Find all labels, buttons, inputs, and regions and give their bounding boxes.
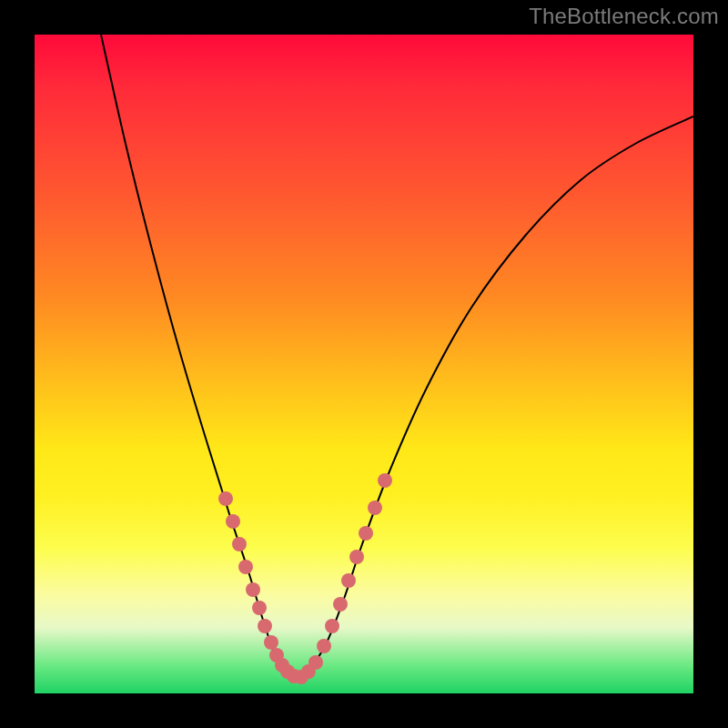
marker-dots (218, 473, 392, 684)
plot-area (35, 35, 693, 693)
marker-dot (246, 582, 260, 597)
marker-dot (238, 560, 253, 574)
marker-dot (368, 500, 382, 515)
main-curve (101, 35, 693, 676)
marker-dot (317, 639, 331, 653)
marker-dot (218, 491, 233, 506)
marker-dot (308, 655, 323, 670)
marker-dot (258, 619, 272, 633)
marker-dot (349, 550, 364, 564)
marker-dot (378, 473, 392, 488)
marker-dot (333, 597, 348, 612)
chart-svg (35, 35, 693, 693)
marker-dot (226, 514, 240, 529)
marker-dot (325, 619, 339, 633)
marker-dot (264, 635, 278, 650)
outer-frame: TheBottleneck.com (0, 0, 728, 728)
marker-dot (359, 526, 373, 541)
marker-dot (341, 573, 356, 588)
marker-dot (232, 537, 247, 551)
watermark-text: TheBottleneck.com (529, 4, 719, 29)
marker-dot (252, 601, 267, 615)
